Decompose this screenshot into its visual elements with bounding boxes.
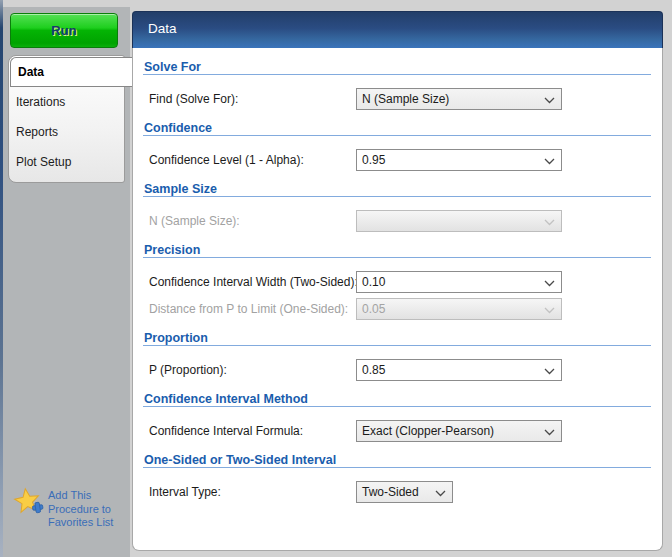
field-row-find-solve-for: Find (Solve For): N (Sample Size) <box>143 88 651 110</box>
dropdown-value: 0.05 <box>362 302 385 316</box>
section-heading: Confidence Interval Method <box>143 392 651 406</box>
chevron-down-icon <box>544 219 555 226</box>
favorites-label: Add This Procedure to Favorites List <box>48 486 113 530</box>
section-heading: One-Sided or Two-Sided Interval <box>143 453 651 467</box>
section-heading: Precision <box>143 243 651 257</box>
dropdown-value: N (Sample Size) <box>362 92 449 106</box>
field-row-p-proportion: P (Proportion): 0.85 <box>143 359 651 381</box>
field-label: Interval Type: <box>149 485 221 499</box>
chevron-down-icon <box>544 429 555 436</box>
ci-width-dropdown[interactable]: 0.10 <box>356 271 562 293</box>
field-row-ci-formula: Confidence Interval Formula: Exact (Clop… <box>143 420 651 442</box>
section-interval-type: One-Sided or Two-Sided Interval Interval… <box>143 453 651 503</box>
dropdown-value: 0.85 <box>362 363 385 377</box>
chevron-down-icon <box>544 158 555 165</box>
field-label: Distance from P to Limit (One-Sided): <box>149 302 348 316</box>
section-ci-method: Confidence Interval Method Confidence In… <box>143 392 651 442</box>
n-sample-size-dropdown <box>356 210 562 232</box>
section-divider <box>143 196 651 197</box>
sidebar-tab-iterations[interactable]: Iterations <box>10 87 122 117</box>
field-row-ci-width: Confidence Interval Width (Two-Sided): 0… <box>143 271 651 293</box>
window-left-edge <box>0 0 3 557</box>
star-plus-icon <box>11 484 45 518</box>
run-button[interactable]: Run <box>10 13 118 48</box>
add-to-favorites-link[interactable]: Add This Procedure to Favorites List <box>13 486 125 530</box>
section-divider <box>143 135 651 136</box>
field-label: Confidence Interval Formula: <box>149 424 303 438</box>
field-row-distance-p-limit: Distance from P to Limit (One-Sided): 0.… <box>143 298 651 320</box>
p-proportion-dropdown[interactable]: 0.85 <box>356 359 562 381</box>
field-label: N (Sample Size): <box>149 214 240 228</box>
procedure-window: { "window": { "panel_title": "Data" }, "… <box>0 0 672 557</box>
field-label: Find (Solve For): <box>149 92 238 106</box>
section-divider <box>143 74 651 75</box>
field-label: P (Proportion): <box>149 363 227 377</box>
section-proportion: Proportion P (Proportion): 0.85 <box>143 331 651 381</box>
chevron-down-icon <box>544 368 555 375</box>
field-row-interval-type: Interval Type: Two-Sided <box>143 481 651 503</box>
section-heading: Solve For <box>143 60 651 74</box>
sidebar-tab-reports[interactable]: Reports <box>10 117 122 147</box>
section-confidence: Confidence Confidence Level (1 - Alpha):… <box>143 121 651 171</box>
chevron-down-icon <box>544 97 555 104</box>
section-heading: Sample Size <box>143 182 651 196</box>
dropdown-value: Exact (Clopper-Pearson) <box>362 424 494 438</box>
section-heading: Proportion <box>143 331 651 345</box>
chevron-down-icon <box>435 490 446 497</box>
section-divider <box>143 257 651 258</box>
section-divider <box>143 345 651 346</box>
sidebar-tab-plot-setup[interactable]: Plot Setup <box>10 147 122 177</box>
distance-p-limit-dropdown: 0.05 <box>356 298 562 320</box>
chevron-down-icon <box>544 307 555 314</box>
panel-title: Data <box>148 21 177 36</box>
sidebar-tab-data[interactable]: Data <box>10 57 134 87</box>
section-heading: Confidence <box>143 121 651 135</box>
section-divider <box>143 406 651 407</box>
dropdown-value: Two-Sided <box>362 485 419 499</box>
sidebar: Run Iterations Reports Plot Setup Data A… <box>0 7 130 557</box>
field-label: Confidence Level (1 - Alpha): <box>149 153 304 167</box>
section-sample-size: Sample Size N (Sample Size): <box>143 182 651 232</box>
field-label: Confidence Interval Width (Two-Sided): <box>149 275 358 289</box>
field-row-n-sample-size: N (Sample Size): <box>143 210 651 232</box>
ci-formula-dropdown[interactable]: Exact (Clopper-Pearson) <box>356 420 562 442</box>
chevron-down-icon <box>544 280 555 287</box>
section-precision: Precision Confidence Interval Width (Two… <box>143 243 651 320</box>
dropdown-value: 0.95 <box>362 153 385 167</box>
dropdown-value: 0.10 <box>362 275 385 289</box>
find-solve-for-dropdown[interactable]: N (Sample Size) <box>356 88 562 110</box>
panel-content: Solve For Find (Solve For): N (Sample Si… <box>132 48 663 551</box>
field-row-confidence-level: Confidence Level (1 - Alpha): 0.95 <box>143 149 651 171</box>
section-divider <box>143 467 651 468</box>
confidence-level-dropdown[interactable]: 0.95 <box>356 149 562 171</box>
section-solve-for: Solve For Find (Solve For): N (Sample Si… <box>143 60 651 110</box>
interval-type-dropdown[interactable]: Two-Sided <box>356 481 453 503</box>
panel-header: Data <box>132 11 663 48</box>
